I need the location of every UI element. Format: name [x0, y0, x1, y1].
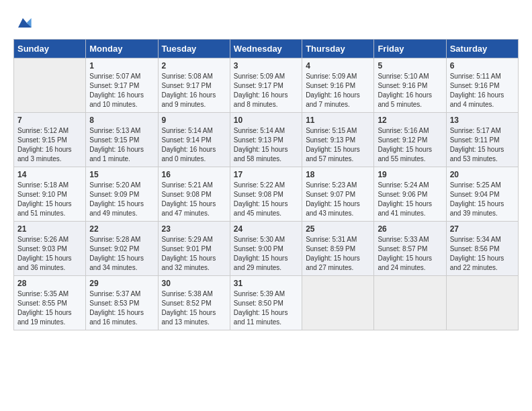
column-header-friday: Friday [374, 40, 446, 58]
day-info: Sunrise: 5:14 AM Sunset: 9:14 PM Dayligh… [162, 126, 226, 164]
day-info: Sunrise: 5:09 AM Sunset: 9:16 PM Dayligh… [306, 72, 370, 109]
calendar-table: SundayMondayTuesdayWednesdayThursdayFrid… [13, 39, 519, 330]
day-number: 29 [89, 279, 154, 288]
day-number: 28 [17, 279, 82, 288]
calendar-cell: 23Sunrise: 5:29 AM Sunset: 9:01 PM Dayli… [158, 222, 230, 276]
day-number: 26 [378, 224, 442, 234]
calendar-cell: 4Sunrise: 5:09 AM Sunset: 9:16 PM Daylig… [302, 58, 374, 113]
day-number: 16 [162, 170, 226, 179]
day-number: 30 [162, 279, 226, 288]
calendar-cell [374, 276, 446, 330]
day-number: 1 [89, 61, 154, 71]
day-info: Sunrise: 5:21 AM Sunset: 9:08 PM Dayligh… [162, 181, 226, 218]
day-number: 7 [17, 116, 82, 125]
day-info: Sunrise: 5:13 AM Sunset: 9:15 PM Dayligh… [89, 126, 154, 164]
day-info: Sunrise: 5:15 AM Sunset: 9:13 PM Dayligh… [306, 126, 370, 164]
day-info: Sunrise: 5:18 AM Sunset: 9:10 PM Dayligh… [17, 181, 82, 218]
day-number: 31 [234, 279, 298, 288]
day-number: 17 [234, 170, 298, 179]
calendar-cell: 13Sunrise: 5:17 AM Sunset: 9:11 PM Dayli… [446, 113, 518, 167]
day-info: Sunrise: 5:31 AM Sunset: 8:59 PM Dayligh… [306, 235, 370, 273]
calendar-cell: 21Sunrise: 5:26 AM Sunset: 9:03 PM Dayli… [14, 222, 86, 276]
day-info: Sunrise: 5:37 AM Sunset: 8:53 PM Dayligh… [89, 289, 154, 327]
calendar-cell: 7Sunrise: 5:12 AM Sunset: 9:15 PM Daylig… [14, 113, 86, 167]
day-info: Sunrise: 5:24 AM Sunset: 9:06 PM Dayligh… [378, 181, 442, 218]
calendar-cell: 16Sunrise: 5:21 AM Sunset: 9:08 PM Dayli… [158, 167, 230, 222]
day-info: Sunrise: 5:26 AM Sunset: 9:03 PM Dayligh… [17, 235, 82, 273]
day-info: Sunrise: 5:10 AM Sunset: 9:16 PM Dayligh… [378, 72, 442, 109]
day-number: 14 [17, 170, 82, 179]
calendar-cell: 29Sunrise: 5:37 AM Sunset: 8:53 PM Dayli… [86, 276, 158, 330]
logo-icon [13, 13, 32, 32]
day-info: Sunrise: 5:30 AM Sunset: 9:00 PM Dayligh… [234, 235, 298, 273]
page-header [13, 13, 519, 32]
day-number: 18 [306, 170, 370, 179]
day-number: 11 [306, 116, 370, 125]
day-number: 4 [306, 61, 370, 71]
day-info: Sunrise: 5:14 AM Sunset: 9:13 PM Dayligh… [234, 126, 298, 164]
day-number: 8 [89, 116, 154, 125]
day-number: 5 [378, 61, 442, 71]
day-number: 21 [17, 224, 82, 234]
day-info: Sunrise: 5:38 AM Sunset: 8:52 PM Dayligh… [162, 289, 226, 327]
calendar-cell: 18Sunrise: 5:23 AM Sunset: 9:07 PM Dayli… [302, 167, 374, 222]
calendar-cell: 27Sunrise: 5:34 AM Sunset: 8:56 PM Dayli… [446, 222, 518, 276]
calendar-cell: 17Sunrise: 5:22 AM Sunset: 9:08 PM Dayli… [230, 167, 302, 222]
calendar-cell [14, 58, 86, 113]
day-number: 20 [450, 170, 515, 179]
column-header-wednesday: Wednesday [230, 40, 302, 58]
calendar-cell: 12Sunrise: 5:16 AM Sunset: 9:12 PM Dayli… [374, 113, 446, 167]
calendar-cell: 24Sunrise: 5:30 AM Sunset: 9:00 PM Dayli… [230, 222, 302, 276]
day-number: 12 [378, 116, 442, 125]
day-info: Sunrise: 5:09 AM Sunset: 9:17 PM Dayligh… [234, 72, 298, 109]
column-header-saturday: Saturday [446, 40, 518, 58]
calendar-cell: 1Sunrise: 5:07 AM Sunset: 9:17 PM Daylig… [86, 58, 158, 113]
calendar-week-row: 28Sunrise: 5:35 AM Sunset: 8:55 PM Dayli… [14, 276, 519, 330]
day-info: Sunrise: 5:20 AM Sunset: 9:09 PM Dayligh… [89, 181, 154, 218]
calendar-cell: 22Sunrise: 5:28 AM Sunset: 9:02 PM Dayli… [86, 222, 158, 276]
calendar-cell [302, 276, 374, 330]
day-number: 24 [234, 224, 298, 234]
day-info: Sunrise: 5:23 AM Sunset: 9:07 PM Dayligh… [306, 181, 370, 218]
day-info: Sunrise: 5:08 AM Sunset: 9:17 PM Dayligh… [162, 72, 226, 109]
calendar-week-row: 14Sunrise: 5:18 AM Sunset: 9:10 PM Dayli… [14, 167, 519, 222]
day-info: Sunrise: 5:28 AM Sunset: 9:02 PM Dayligh… [89, 235, 154, 273]
day-info: Sunrise: 5:33 AM Sunset: 8:57 PM Dayligh… [378, 235, 442, 273]
calendar-header-row: SundayMondayTuesdayWednesdayThursdayFrid… [14, 40, 519, 58]
calendar-cell: 3Sunrise: 5:09 AM Sunset: 9:17 PM Daylig… [230, 58, 302, 113]
column-header-thursday: Thursday [302, 40, 374, 58]
day-number: 2 [162, 61, 226, 71]
day-number: 9 [162, 116, 226, 125]
calendar-cell: 15Sunrise: 5:20 AM Sunset: 9:09 PM Dayli… [86, 167, 158, 222]
day-info: Sunrise: 5:17 AM Sunset: 9:11 PM Dayligh… [450, 126, 515, 164]
day-info: Sunrise: 5:11 AM Sunset: 9:16 PM Dayligh… [450, 72, 515, 109]
calendar-week-row: 21Sunrise: 5:26 AM Sunset: 9:03 PM Dayli… [14, 222, 519, 276]
calendar-cell: 11Sunrise: 5:15 AM Sunset: 9:13 PM Dayli… [302, 113, 374, 167]
day-number: 27 [450, 224, 515, 234]
calendar-cell: 26Sunrise: 5:33 AM Sunset: 8:57 PM Dayli… [374, 222, 446, 276]
day-info: Sunrise: 5:29 AM Sunset: 9:01 PM Dayligh… [162, 235, 226, 273]
day-number: 19 [378, 170, 442, 179]
calendar-cell: 31Sunrise: 5:39 AM Sunset: 8:50 PM Dayli… [230, 276, 302, 330]
column-header-sunday: Sunday [14, 40, 86, 58]
calendar-cell: 20Sunrise: 5:25 AM Sunset: 9:04 PM Dayli… [446, 167, 518, 222]
day-info: Sunrise: 5:07 AM Sunset: 9:17 PM Dayligh… [89, 72, 154, 109]
calendar-cell: 30Sunrise: 5:38 AM Sunset: 8:52 PM Dayli… [158, 276, 230, 330]
calendar-cell: 8Sunrise: 5:13 AM Sunset: 9:15 PM Daylig… [86, 113, 158, 167]
calendar-cell: 10Sunrise: 5:14 AM Sunset: 9:13 PM Dayli… [230, 113, 302, 167]
day-info: Sunrise: 5:12 AM Sunset: 9:15 PM Dayligh… [17, 126, 82, 164]
calendar-cell: 25Sunrise: 5:31 AM Sunset: 8:59 PM Dayli… [302, 222, 374, 276]
calendar-week-row: 7Sunrise: 5:12 AM Sunset: 9:15 PM Daylig… [14, 113, 519, 167]
day-info: Sunrise: 5:39 AM Sunset: 8:50 PM Dayligh… [234, 289, 298, 327]
calendar-cell: 5Sunrise: 5:10 AM Sunset: 9:16 PM Daylig… [374, 58, 446, 113]
calendar-cell: 6Sunrise: 5:11 AM Sunset: 9:16 PM Daylig… [446, 58, 518, 113]
day-number: 22 [89, 224, 154, 234]
column-header-tuesday: Tuesday [158, 40, 230, 58]
calendar-week-row: 1Sunrise: 5:07 AM Sunset: 9:17 PM Daylig… [14, 58, 519, 113]
day-number: 13 [450, 116, 515, 125]
day-number: 3 [234, 61, 298, 71]
logo [13, 13, 34, 32]
day-info: Sunrise: 5:25 AM Sunset: 9:04 PM Dayligh… [450, 181, 515, 218]
calendar-cell: 2Sunrise: 5:08 AM Sunset: 9:17 PM Daylig… [158, 58, 230, 113]
column-header-monday: Monday [86, 40, 158, 58]
